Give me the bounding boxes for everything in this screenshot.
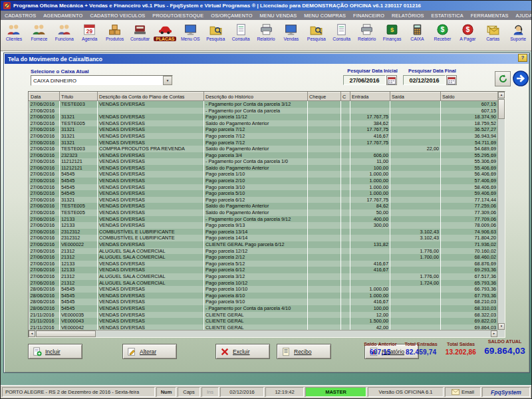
- cell-saida[interactable]: [390, 152, 441, 159]
- table-row[interactable]: 21/11/2016VE000035VENDAS DIVERSASCLIENTE…: [29, 312, 498, 319]
- vertical-scroll-thumb[interactable]: [498, 99, 505, 119]
- cell-entrada[interactable]: [350, 235, 390, 241]
- cell-entrada[interactable]: 416,67: [350, 267, 390, 273]
- cell-data[interactable]: 27/06/2016: [29, 178, 60, 184]
- scroll-up-icon[interactable]: [498, 92, 505, 98]
- cell-descricao-do-historico[interactable]: Saldo do Pagamento Anterior: [204, 165, 308, 172]
- cell-saldo[interactable]: 36.527,27: [441, 126, 498, 133]
- table-row[interactable]: 27/06/20162312312COMBUSTÍVEL E LUBRIFICA…: [29, 235, 498, 241]
- calendar-end-icon[interactable]: [446, 75, 457, 85]
- menu-cadastro-veiculos[interactable]: CADASTRO VEICULOS: [90, 13, 145, 19]
- cell-descricao-da-conta-do-plano-de-contas[interactable]: VENDAS DIVERSAS: [98, 267, 204, 273]
- cell-descricao-do-historico[interactable]: Saldo do Pagamento Anterior: [204, 146, 308, 152]
- cell-descricao-do-historico[interactable]: - Pagamento por Conta da parcela 1/0: [204, 158, 308, 165]
- cell-entrada[interactable]: 1.500,00: [350, 318, 390, 325]
- cell-descricao-da-conta-do-plano-de-contas[interactable]: VENDAS DIVERSAS: [98, 241, 204, 248]
- recibo-button[interactable]: Recibo: [277, 344, 331, 359]
- cell-entrada[interactable]: 1.000,00: [350, 286, 390, 293]
- table-row[interactable]: 27/06/201654545VENDAS DIVERSASPago parce…: [29, 171, 498, 178]
- calendar-start-icon[interactable]: [386, 75, 397, 85]
- table-row[interactable]: 21/11/2016VE000042VENDAS DIVERSASCLIENTE…: [29, 325, 498, 330]
- toolbar-consulta[interactable]: Consulta: [228, 21, 253, 41]
- cell-saldo[interactable]: 68.310,03: [441, 305, 498, 312]
- table-row[interactable]: 27/06/201631321VENDAS DIVERSASPago parce…: [29, 126, 498, 133]
- cell-saida[interactable]: 3.102,43: [390, 235, 441, 241]
- cell-cheque[interactable]: [308, 248, 341, 255]
- cell-descricao-do-historico[interactable]: Pago parcela 7/12: [204, 126, 308, 133]
- search-go-button[interactable]: [513, 70, 529, 86]
- cell-descricao-do-historico[interactable]: Pago parcela 11/12: [204, 114, 308, 120]
- cell-entrada[interactable]: 1.000,00: [350, 293, 390, 299]
- cell-data[interactable]: 27/06/2016: [29, 209, 60, 216]
- cell-saida[interactable]: [390, 126, 441, 133]
- cell-descricao-da-conta-do-plano-de-contas[interactable]: VENDAS DIVERSAS: [98, 126, 204, 133]
- cell-entrada[interactable]: [350, 273, 390, 280]
- table-row[interactable]: 27/06/2016TESTE005VENDAS DIVERSASSaldo d…: [29, 120, 498, 127]
- cell-titulo[interactable]: VE000043: [60, 318, 98, 325]
- cell-saida[interactable]: [390, 209, 441, 216]
- toolbar-fornece[interactable]: Fornece: [27, 21, 52, 41]
- cell-titulo[interactable]: 232323: [60, 152, 98, 159]
- menu-os-orcamento[interactable]: OS/ORÇAMENTO: [211, 13, 252, 19]
- cell-cheque[interactable]: [308, 299, 341, 305]
- toolbar-receber[interactable]: $Receber: [430, 21, 455, 41]
- cell-c[interactable]: [341, 139, 350, 146]
- cell-cheque[interactable]: [308, 146, 341, 152]
- cell-entrada[interactable]: [350, 108, 390, 114]
- cell-descricao-do-historico[interactable]: Pago parcela 9/10: [204, 299, 308, 305]
- cell-entrada[interactable]: [350, 229, 390, 235]
- cell-cheque[interactable]: [308, 133, 341, 140]
- cell-data[interactable]: 27/06/2016: [29, 190, 60, 197]
- table-row[interactable]: 27/06/201621312ALUGUEL SALA COMERCIALPag…: [29, 248, 498, 255]
- scroll-down-icon[interactable]: [498, 323, 505, 330]
- cell-data[interactable]: 21/11/2016: [29, 318, 60, 325]
- cell-cheque[interactable]: [308, 216, 341, 223]
- cell-data[interactable]: 27/06/2016: [29, 184, 60, 191]
- cell-descricao-da-conta-do-plano-de-contas[interactable]: VENDAS DIVERSAS: [98, 312, 204, 319]
- cell-saldo[interactable]: 18.374,90: [441, 114, 498, 120]
- cell-data[interactable]: 27/06/2016: [29, 114, 60, 120]
- cell-cheque[interactable]: [308, 254, 341, 261]
- cell-descricao-do-historico[interactable]: - Pagamento por Conta da parcela 4/10: [204, 305, 308, 312]
- cell-descricao-do-historico[interactable]: Pago parcela 9/13: [204, 222, 308, 229]
- cell-saldo[interactable]: 36.943,94: [441, 133, 498, 140]
- cell-descricao-da-conta-do-plano-de-contas[interactable]: VENDAS DIVERSAS: [98, 305, 204, 312]
- cell-descricao-da-conta-do-plano-de-contas[interactable]: VENDAS DIVERSAS: [98, 178, 204, 184]
- cell-saldo[interactable]: 77.309,06: [441, 209, 498, 216]
- table-row[interactable]: 27/06/201631321VENDAS DIVERSASPago parce…: [29, 197, 498, 203]
- cell-cheque[interactable]: [308, 114, 341, 120]
- cell-c[interactable]: [341, 197, 350, 203]
- cell-saldo[interactable]: 59.406,69: [441, 190, 498, 197]
- cell-entrada[interactable]: 12,00: [350, 312, 390, 319]
- excluir-button[interactable]: Excluir: [215, 344, 270, 359]
- toolbar-clientes[interactable]: Clientes: [1, 21, 27, 41]
- toolbar-financas[interactable]: $Finanças: [380, 21, 405, 41]
- cell-descricao-da-conta-do-plano-de-contas[interactable]: VENDAS DIVERSAS: [98, 209, 204, 216]
- cell-saida[interactable]: [390, 305, 441, 312]
- cell-entrada[interactable]: 416,67: [350, 299, 390, 305]
- cell-entrada[interactable]: 131,82: [350, 241, 390, 248]
- cell-entrada[interactable]: 416,67: [350, 133, 390, 140]
- cell-cheque[interactable]: [308, 273, 341, 280]
- cell-data[interactable]: 27/06/2016: [29, 229, 60, 235]
- cell-titulo[interactable]: TESTE003: [60, 101, 98, 108]
- cell-c[interactable]: [341, 108, 350, 114]
- cell-entrada[interactable]: 1.000,00: [350, 190, 390, 197]
- cell-descricao-do-historico[interactable]: Pago parcela 10/10: [204, 286, 308, 293]
- cell-titulo[interactable]: 31321: [60, 133, 98, 140]
- col-titulo[interactable]: Título: [60, 92, 98, 101]
- cell-c[interactable]: [341, 216, 350, 223]
- cell-c[interactable]: [341, 299, 350, 305]
- cell-data[interactable]: 27/06/2016: [29, 158, 60, 165]
- cell-descricao-da-conta-do-plano-de-contas[interactable]: VENDAS DIVERSAS: [98, 203, 204, 209]
- cell-cheque[interactable]: [308, 325, 341, 330]
- cell-titulo[interactable]: 31321: [60, 126, 98, 133]
- cell-titulo[interactable]: 12133: [60, 222, 98, 229]
- toolbar-consultar[interactable]: Consultar: [128, 21, 153, 41]
- cell-c[interactable]: [341, 101, 350, 108]
- cell-c[interactable]: [341, 190, 350, 197]
- cell-descricao-do-historico[interactable]: CLIENTE GERAL: [204, 312, 308, 319]
- cell-saida[interactable]: [390, 197, 441, 203]
- cell-descricao-do-historico[interactable]: Pago parcela 5/12: [204, 261, 308, 267]
- cell-titulo[interactable]: 12133: [60, 267, 98, 273]
